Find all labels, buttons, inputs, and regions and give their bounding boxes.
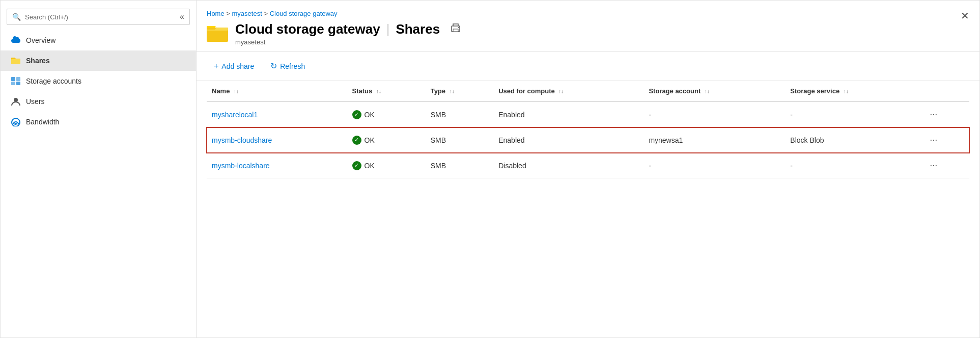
sidebar-item-shares[interactable]: Shares [1, 50, 196, 71]
table-header-row: Name ↑↓ Status ↑↓ Type ↑↓ Used for com [207, 81, 969, 101]
sort-name-icon[interactable]: ↑↓ [234, 89, 239, 94]
folder-icon [11, 56, 21, 66]
svg-rect-11 [453, 29, 458, 32]
sort-storage-account-icon[interactable]: ↑↓ [705, 89, 710, 94]
cell-status: ✓OK [347, 101, 426, 127]
close-button[interactable]: ✕ [961, 10, 969, 22]
add-icon: + [214, 62, 218, 71]
cell-compute: Disabled [493, 153, 643, 178]
share-name-link[interactable]: mysmb-cloudshare [212, 136, 272, 144]
col-header-compute: Used for compute ↑↓ [493, 81, 643, 101]
refresh-icon: ↻ [270, 61, 277, 71]
refresh-label: Refresh [280, 62, 305, 70]
sidebar-item-bandwidth-label: Bandwidth [26, 118, 59, 126]
shares-table: Name ↑↓ Status ↑↓ Type ↑↓ Used for com [207, 81, 969, 178]
header: Home > myasetest > Cloud storage gateway [197, 1, 979, 51]
col-header-storage-account: Storage account ↑↓ [643, 81, 785, 101]
status-ok-icon: ✓ [352, 161, 361, 170]
sidebar: 🔍 Search (Ctrl+/) « Overview Shares [1, 1, 197, 337]
main-content: Home > myasetest > Cloud storage gateway [197, 1, 979, 337]
search-placeholder: Search (Ctrl+/) [25, 13, 68, 21]
cell-name: mysmb-localshare [207, 153, 347, 178]
sidebar-item-users[interactable]: Users [1, 91, 196, 112]
sort-type-icon[interactable]: ↑↓ [450, 89, 455, 94]
cell-actions: ··· [921, 127, 969, 153]
sort-storage-service-icon[interactable]: ↑↓ [844, 89, 849, 94]
table-row[interactable]: mysmb-cloudshare✓OKSMBEnabledmynewsa1Blo… [207, 127, 969, 153]
sort-status-icon[interactable]: ↑↓ [376, 89, 381, 94]
share-name-link[interactable]: mysharelocal1 [212, 111, 258, 119]
sidebar-item-overview[interactable]: Overview [1, 30, 196, 50]
cell-name: mysharelocal1 [207, 101, 347, 127]
breadcrumb-sep2: > [264, 10, 269, 17]
cell-type: SMB [426, 101, 494, 127]
col-header-type: Type ↑↓ [426, 81, 494, 101]
search-box[interactable]: 🔍 Search (Ctrl+/) « [7, 9, 190, 25]
cell-name: mysmb-cloudshare [207, 127, 347, 153]
table-row[interactable]: mysharelocal1✓OKSMBEnabled--··· [207, 101, 969, 127]
print-icon[interactable] [450, 22, 461, 36]
sidebar-item-shares-label: Shares [26, 57, 50, 65]
svg-rect-2 [16, 77, 20, 81]
cell-storage-service: - [785, 153, 921, 178]
add-share-button[interactable]: + Add share [207, 58, 261, 74]
cell-actions: ··· [921, 101, 969, 127]
sidebar-item-overview-label: Overview [26, 36, 55, 44]
more-options-button[interactable]: ··· [927, 134, 940, 146]
add-share-label: Add share [221, 62, 254, 70]
resource-icon [207, 22, 228, 45]
search-icon: 🔍 [12, 13, 21, 21]
cell-storage-account: - [643, 101, 785, 127]
svg-point-7 [15, 124, 17, 125]
svg-rect-1 [11, 77, 15, 81]
breadcrumb-sep1: > [226, 10, 232, 17]
status-ok-icon: ✓ [352, 110, 361, 119]
page-subtitle-label: Shares [396, 21, 440, 37]
sort-compute-icon[interactable]: ↑↓ [558, 89, 564, 94]
refresh-button[interactable]: ↻ Refresh [263, 58, 312, 74]
bandwidth-icon [11, 117, 21, 127]
cell-type: SMB [426, 127, 494, 153]
svg-rect-4 [16, 82, 20, 85]
breadcrumb-home[interactable]: Home [207, 10, 225, 17]
svg-rect-0 [11, 59, 20, 64]
sidebar-item-storage-accounts[interactable]: Storage accounts [1, 71, 196, 91]
table-row[interactable]: mysmb-localshare✓OKSMBDisabled--··· [207, 153, 969, 178]
breadcrumb-current[interactable]: Cloud storage gateway [270, 10, 338, 17]
collapse-button[interactable]: « [180, 12, 184, 21]
storage-icon [11, 76, 21, 86]
cell-status: ✓OK [347, 153, 426, 178]
title-row: Cloud storage gateway | Shares [207, 21, 964, 46]
cell-compute: Enabled [493, 101, 643, 127]
title-separator: | [386, 21, 390, 37]
cell-storage-service: - [785, 101, 921, 127]
page-title: Cloud storage gateway | Shares [235, 21, 461, 37]
status-label: OK [365, 162, 375, 170]
page-title-text: Cloud storage gateway [235, 21, 380, 37]
toolbar: + Add share ↻ Refresh [197, 51, 979, 81]
col-header-name: Name ↑↓ [207, 81, 347, 101]
breadcrumb: Home > myasetest > Cloud storage gateway [207, 10, 964, 17]
title-block: Cloud storage gateway | Shares [235, 21, 461, 46]
user-icon [11, 96, 21, 107]
status-label: OK [365, 136, 375, 144]
status-label: OK [365, 111, 375, 119]
sidebar-item-users-label: Users [26, 97, 45, 106]
cell-type: SMB [426, 153, 494, 178]
sidebar-item-storage-accounts-label: Storage accounts [26, 77, 81, 85]
cell-storage-account: mynewsa1 [643, 127, 785, 153]
cell-storage-account: - [643, 153, 785, 178]
cell-compute: Enabled [493, 127, 643, 153]
more-options-button[interactable]: ··· [927, 108, 940, 121]
share-name-link[interactable]: mysmb-localshare [212, 162, 270, 170]
cell-storage-service: Block Blob [785, 127, 921, 153]
breadcrumb-myasetest[interactable]: myasetest [232, 10, 262, 17]
cell-status: ✓OK [347, 127, 426, 153]
more-options-button[interactable]: ··· [927, 159, 940, 172]
svg-point-5 [14, 98, 18, 102]
svg-rect-3 [11, 82, 15, 85]
sidebar-item-bandwidth[interactable]: Bandwidth [1, 112, 196, 132]
cell-actions: ··· [921, 153, 969, 178]
svg-point-12 [458, 27, 459, 28]
col-header-status: Status ↑↓ [347, 81, 426, 101]
